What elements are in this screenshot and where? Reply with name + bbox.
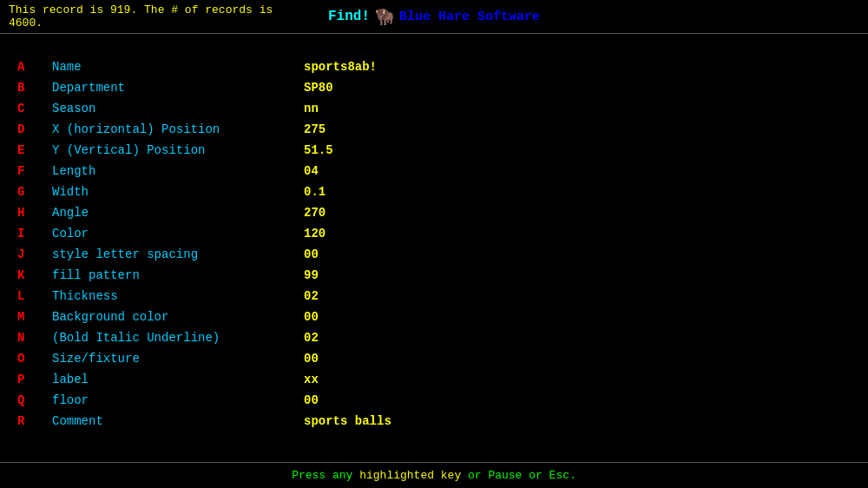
table-row[interactable]: Kfill pattern99 [17,268,851,287]
table-row[interactable]: Qfloor00 [17,393,851,412]
main-content: ANamesports8ab!BDepartmentSP80CSeasonnnD… [0,34,868,462]
row-letter: O [17,352,52,366]
row-value: 00 [304,247,319,261]
row-label: Y (Vertical) Position [52,143,304,157]
row-letter: Q [17,393,52,407]
find-label[interactable]: Find! [328,9,370,24]
table-row[interactable]: ANamesports8ab! [17,60,851,79]
row-letter: E [17,143,52,157]
bottom-bar: Press any highlighted key or Pause or Es… [0,462,868,488]
row-letter: A [17,60,52,74]
table-row[interactable]: BDepartmentSP80 [17,81,851,100]
row-value: 270 [304,206,326,220]
table-row[interactable]: IColor120 [17,227,851,246]
table-row[interactable]: EY (Vertical) Position51.5 [17,143,851,162]
row-value: 120 [304,227,326,241]
row-value: 99 [304,268,319,282]
row-label: (Bold Italic Underline) [52,331,304,345]
row-letter: K [17,268,52,282]
row-letter: G [17,185,52,199]
row-label: Color [52,227,304,241]
row-value: 02 [304,289,319,303]
row-label: X (horizontal) Position [52,122,304,136]
row-label: Season [52,102,304,115]
row-label: Comment [52,414,304,428]
brand-name: Blue Hare Software [399,10,540,24]
row-value: 275 [304,122,326,136]
buffalo-icon: 🦬 [375,7,394,26]
row-letter: M [17,310,52,324]
table-row[interactable]: HAngle270 [17,206,851,225]
table-row[interactable]: OSize/fixture00 [17,352,851,371]
table-row[interactable]: Plabelxx [17,373,851,392]
row-value: nn [304,102,319,115]
row-label: Length [52,164,304,178]
row-value: 00 [304,310,319,324]
row-letter: P [17,373,52,386]
row-label: floor [52,393,304,407]
row-letter: J [17,247,52,261]
record-info-text: This record is 919. The # of records is … [9,3,273,30]
row-letter: R [17,414,52,428]
row-letter: L [17,289,52,303]
row-label: Size/fixture [52,352,304,366]
row-value: 02 [304,331,319,345]
row-letter: H [17,206,52,220]
brand-area: Find! 🦬 Blue Hare Software [294,7,573,26]
row-label: Department [52,81,304,95]
row-value: 0.1 [304,185,326,199]
row-label: Angle [52,206,304,220]
row-letter: I [17,227,52,241]
bottom-message: Press any highlighted key or Pause or Es… [292,469,576,482]
record-info: This record is 919. The # of records is … [9,3,287,30]
top-bar: This record is 919. The # of records is … [0,0,868,34]
table-row[interactable]: Jstyle letter spacing00 [17,247,851,267]
row-value: 04 [304,164,319,178]
row-value: 51.5 [304,143,333,157]
table-row[interactable]: MBackground color00 [17,310,851,329]
records-list: ANamesports8ab!BDepartmentSP80CSeasonnnD… [17,60,851,435]
row-value: 00 [304,352,319,366]
row-label: Background color [52,310,304,324]
row-value: xx [304,373,319,386]
table-row[interactable]: RCommentsports balls [17,414,851,433]
row-value: SP80 [304,81,333,95]
table-row[interactable]: DX (horizontal) Position275 [17,122,851,142]
row-letter: D [17,122,52,136]
row-value: 00 [304,393,319,407]
row-label: Width [52,185,304,199]
row-letter: B [17,81,52,95]
row-label: Name [52,60,304,74]
row-letter: F [17,164,52,178]
row-label: label [52,373,304,386]
row-letter: C [17,102,52,115]
table-row[interactable]: FLength04 [17,164,851,183]
row-label: fill pattern [52,268,304,282]
table-row[interactable]: LThickness02 [17,289,851,308]
row-label: style letter spacing [52,247,304,261]
table-row[interactable]: CSeasonnn [17,102,851,121]
row-letter: N [17,331,52,345]
row-value: sports balls [304,414,391,428]
table-row[interactable]: GWidth0.1 [17,185,851,204]
table-row[interactable]: N(Bold Italic Underline)02 [17,331,851,350]
row-value: sports8ab! [304,60,377,74]
row-label: Thickness [52,289,304,303]
